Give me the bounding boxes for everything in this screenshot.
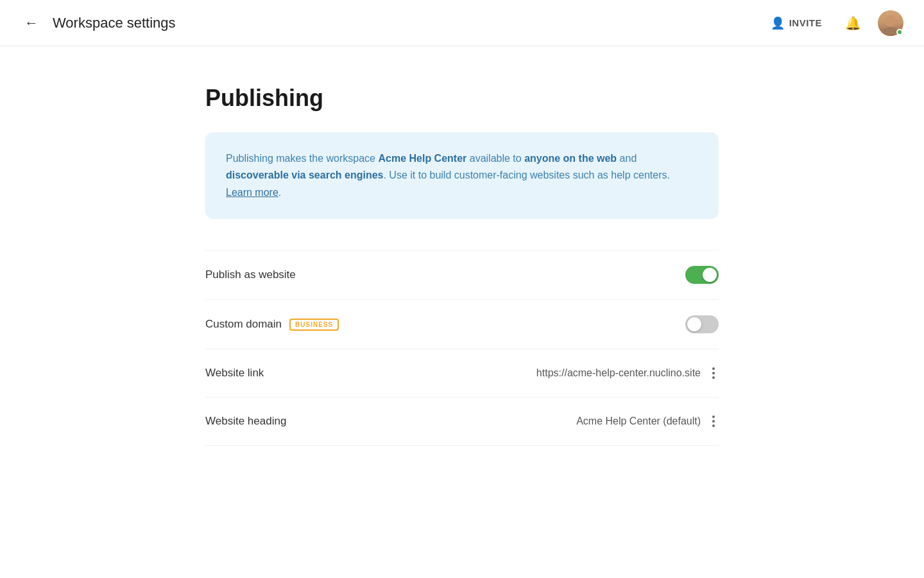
row-label-custom-domain: Custom domainBUSINESS bbox=[205, 318, 339, 331]
section-title: Publishing bbox=[205, 85, 719, 112]
invite-label: INVITE bbox=[789, 17, 822, 28]
toggle-custom-domain[interactable] bbox=[685, 315, 719, 333]
header-right: 👤 INVITE 🔔 bbox=[764, 10, 903, 36]
notifications-bell-button[interactable]: 🔔 bbox=[841, 12, 865, 35]
header: ← Workspace settings 👤 INVITE 🔔 bbox=[0, 0, 924, 46]
row-label-website-link: Website link bbox=[205, 367, 264, 380]
page-title: Workspace settings bbox=[53, 15, 176, 31]
row-value-website-heading: Acme Help Center (default) bbox=[576, 416, 701, 427]
settings-row-publish-as-website: Publish as website bbox=[205, 250, 719, 300]
invite-button[interactable]: 👤 INVITE bbox=[764, 12, 828, 34]
row-label-text-custom-domain: Custom domain bbox=[205, 318, 282, 331]
online-status-dot bbox=[896, 29, 903, 35]
info-text-part2: available to bbox=[466, 153, 524, 164]
toggle-publish-as-website[interactable] bbox=[685, 266, 719, 284]
row-label-publish-as-website: Publish as website bbox=[205, 268, 296, 281]
info-period: . bbox=[278, 187, 281, 198]
toggle-thumb-publish-as-website bbox=[703, 268, 717, 282]
info-anyone: anyone on the web bbox=[524, 153, 617, 164]
invite-person-icon: 👤 bbox=[771, 16, 785, 30]
row-label-website-heading: Website heading bbox=[205, 415, 286, 428]
header-left: ← Workspace settings bbox=[21, 12, 176, 34]
row-label-text-website-link: Website link bbox=[205, 367, 264, 380]
info-and: and bbox=[617, 153, 637, 164]
row-right-website-link: https://acme-help-center.nuclino.site bbox=[536, 365, 719, 381]
user-avatar-button[interactable] bbox=[878, 10, 903, 36]
toggle-thumb-custom-domain bbox=[687, 317, 701, 331]
row-label-text-website-heading: Website heading bbox=[205, 415, 286, 428]
learn-more-link[interactable]: Learn more bbox=[226, 187, 278, 198]
settings-row-custom-domain: Custom domainBUSINESS bbox=[205, 300, 719, 349]
info-box: Publishing makes the workspace Acme Help… bbox=[205, 132, 719, 219]
more-options-button-website-heading[interactable] bbox=[708, 413, 719, 430]
main-content: Publishing Publishing makes the workspac… bbox=[205, 46, 719, 484]
row-right-website-heading: Acme Help Center (default) bbox=[576, 413, 719, 430]
row-label-text-publish-as-website: Publish as website bbox=[205, 268, 296, 281]
back-button[interactable]: ← bbox=[21, 12, 42, 34]
settings-row-website-link: Website linkhttps://acme-help-center.nuc… bbox=[205, 349, 719, 398]
row-value-website-link: https://acme-help-center.nuclino.site bbox=[536, 367, 701, 379]
info-text-part1: Publishing makes the workspace bbox=[226, 153, 378, 164]
back-arrow-icon: ← bbox=[24, 16, 38, 30]
info-text-part3: . Use it to build customer-facing websit… bbox=[383, 170, 669, 180]
more-options-button-website-link[interactable] bbox=[708, 365, 719, 381]
business-badge-custom-domain: BUSINESS bbox=[289, 319, 339, 331]
info-discoverable: discoverable via search engines bbox=[226, 170, 383, 180]
info-workspace-name: Acme Help Center bbox=[378, 153, 466, 164]
bell-icon: 🔔 bbox=[845, 16, 861, 30]
settings-row-website-heading: Website headingAcme Help Center (default… bbox=[205, 398, 719, 446]
settings-list: Publish as websiteCustom domainBUSINESSW… bbox=[205, 250, 719, 446]
row-right-custom-domain bbox=[685, 315, 719, 333]
row-right-publish-as-website bbox=[685, 266, 719, 284]
